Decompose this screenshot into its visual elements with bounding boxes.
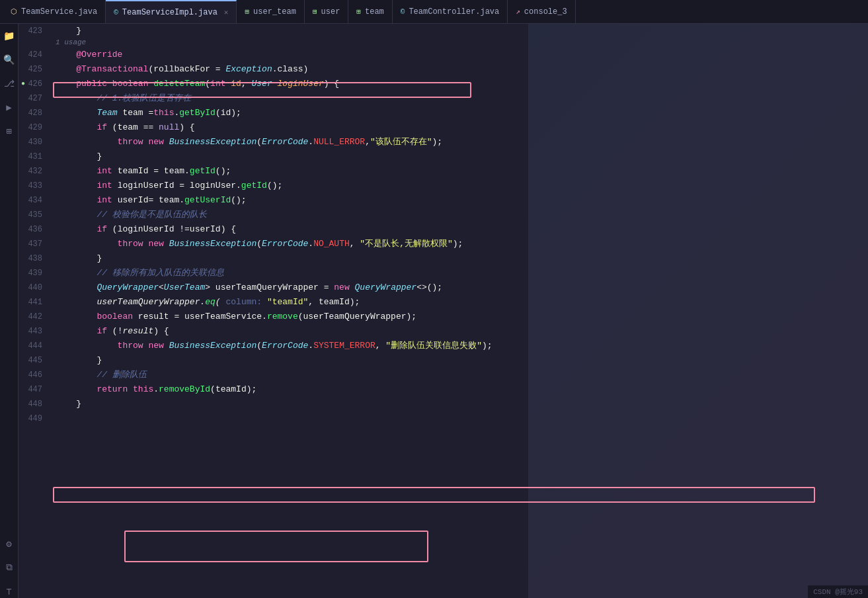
line-number: 424 — [19, 48, 53, 62]
highlight-box-delete-team — [124, 531, 428, 562]
tab-console[interactable]: ↗ console_3 — [508, 0, 575, 24]
tab-team-controller[interactable]: © TeamController.java — [393, 0, 508, 24]
code-line-437: 437 throw new BusinessException(ErrorCod… — [19, 237, 868, 251]
line-number: 440 — [19, 280, 53, 295]
tab-user-team[interactable]: ⊞ user_team — [237, 0, 304, 24]
line-number: 438 — [19, 251, 53, 266]
code-line-438: 438 } — [19, 251, 868, 266]
code-line-435: 435 // 校验你是不是队伍的队长 — [19, 208, 868, 222]
highlight-box-remove — [53, 487, 815, 503]
tab-label: user_team — [253, 7, 296, 17]
watermark: CSDN @摇光93 — [808, 585, 868, 598]
line-content: int teamId = team.getId(); — [53, 164, 868, 179]
tab-label: TeamService.java — [21, 7, 97, 17]
sidebar-debug-icon[interactable]: ▶ — [3, 101, 16, 114]
code-line-442: 442 boolean result = userTeamService.rem… — [19, 310, 868, 324]
line-number: 423 — [19, 24, 53, 38]
line-number: 448 — [19, 397, 53, 411]
code-line-425: 425 @Transactional(rollbackFor = Excepti… — [19, 62, 868, 77]
line-number: 445 — [19, 353, 53, 368]
code-line-429: 429 if (team == null) { — [19, 120, 868, 135]
line-number: 435 — [19, 208, 53, 222]
line-content: // 删除队伍 — [53, 368, 868, 382]
code-lines: 423 } 1 usage 424 @Override 425 @Transac… — [19, 24, 868, 452]
code-line-446: 446 // 删除队伍 — [19, 368, 868, 382]
sidebar-extensions-icon[interactable]: ⊞ — [3, 124, 16, 138]
line-number: 425 — [19, 62, 53, 77]
code-line-433: 433 int loginUserId = loginUser.getId(); — [19, 179, 868, 193]
line-number: 441 — [19, 295, 53, 310]
tab-label: team — [365, 7, 384, 17]
console-icon: ↗ — [516, 7, 520, 16]
tab-label: user — [321, 7, 340, 17]
code-line-439: 439 // 移除所有加入队伍的关联信息 — [19, 266, 868, 280]
line-content: return this.removeById(teamId); — [53, 382, 868, 397]
sidebar-settings-icon[interactable]: ⚙ — [3, 537, 16, 550]
line-number: 449 — [19, 411, 53, 426]
editor-area: 423 } 1 usage 424 @Override 425 @Transac… — [19, 24, 868, 598]
line-number: 447 — [19, 382, 53, 397]
line-number: 443 — [19, 324, 53, 339]
line-number: 430 — [19, 135, 53, 150]
line-content: throw new BusinessException(ErrorCode.NU… — [53, 135, 868, 150]
code-line-423: 423 } — [19, 24, 868, 38]
code-line-449: 449 — [19, 411, 868, 426]
code-line-447: 447 return this.removeById(teamId); — [19, 382, 868, 397]
code-line-430: 430 throw new BusinessException(ErrorCod… — [19, 135, 868, 150]
line-content: } — [53, 251, 868, 266]
code-line-428: 428 Team team =this.getById(id); — [19, 106, 868, 120]
line-content: Team team =this.getById(id); — [53, 106, 868, 120]
tab-label: TeamController.java — [409, 7, 499, 17]
sidebar-search-icon[interactable]: 🔍 — [3, 53, 16, 66]
code-line-445: 445 } — [19, 353, 868, 368]
sidebar-git-icon[interactable]: ⎇ — [3, 77, 16, 90]
code-line-443: 443 if (!result) { — [19, 324, 868, 339]
line-content: int userId= team.getUserId(); — [53, 193, 868, 208]
table-icon: ⊞ — [313, 7, 317, 16]
code-container[interactable]: 423 } 1 usage 424 @Override 425 @Transac… — [19, 24, 868, 598]
line-content: } — [53, 24, 868, 38]
sidebar-terminal-icon[interactable]: ⊤ — [3, 585, 16, 598]
code-line-436: 436 if (loginUserId !=userId) { — [19, 222, 868, 237]
line-number: 426 — [19, 77, 53, 91]
line-number: 436 — [19, 222, 53, 237]
line-content: @Transactional(rollbackFor = Exception.c… — [53, 62, 868, 77]
line-content: @Override — [53, 48, 868, 62]
line-number: 437 — [19, 237, 53, 251]
watermark-text: CSDN @摇光93 — [813, 588, 863, 596]
line-number: 444 — [19, 339, 53, 353]
tab-label: console_3 — [524, 7, 567, 17]
sidebar-run-icon[interactable]: ⧉ — [3, 561, 16, 574]
line-number: 439 — [19, 266, 53, 280]
line-content: // 校验你是不是队伍的队长 — [53, 208, 868, 222]
tab-label: TeamServiceImpl.java — [122, 8, 217, 17]
line-content: } — [53, 150, 868, 164]
line-number: 433 — [19, 179, 53, 193]
tab-team[interactable]: ⊞ team — [348, 0, 392, 24]
sidebar-folder-icon[interactable]: 📁 — [3, 29, 16, 42]
table-icon: ⊞ — [356, 7, 361, 16]
code-line-426: 426 public boolean deleteTeam(int id, Us… — [19, 77, 868, 91]
line-content: int loginUserId = loginUser.getId(); — [53, 179, 868, 193]
code-line-431: 431 } — [19, 150, 868, 164]
tab-team-service[interactable]: ⬡ TeamService.java — [3, 0, 106, 24]
line-content: // 1.校验队伍是否存在 — [53, 91, 868, 106]
left-sidebar: 📁 🔍 ⎇ ▶ ⊞ ⚙ ⧉ ⊤ — [0, 24, 19, 598]
tab-team-service-impl[interactable]: © TeamServiceImpl.java ✕ — [106, 0, 237, 24]
usage-hint: 1 usage — [19, 38, 868, 46]
line-content: // 移除所有加入队伍的关联信息 — [53, 266, 868, 280]
line-content: throw new BusinessException(ErrorCode.NO… — [53, 237, 868, 251]
line-number: 431 — [19, 150, 53, 164]
line-content: } — [53, 353, 868, 368]
code-line-432: 432 int teamId = team.getId(); — [19, 164, 868, 179]
line-number: 442 — [19, 310, 53, 324]
line-content: userTeamQueryWrapper.eq( column: "teamId… — [53, 295, 868, 310]
tab-close-icon[interactable]: ✕ — [224, 8, 229, 17]
line-content: QueryWrapper<UserTeam> userTeamQueryWrap… — [53, 280, 868, 295]
line-number: 427 — [19, 91, 53, 106]
line-number: 434 — [19, 193, 53, 208]
controller-icon: © — [401, 8, 405, 16]
line-number: 432 — [19, 164, 53, 179]
tab-user[interactable]: ⊞ user — [305, 0, 348, 24]
line-content: } — [53, 397, 868, 411]
